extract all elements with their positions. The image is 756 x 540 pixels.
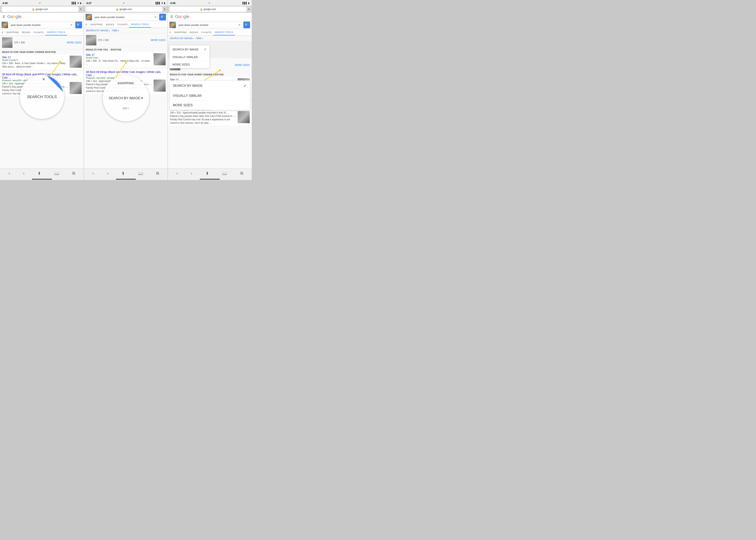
search-by-image-tool-3[interactable]: SEARCH BY IMAGE ▾ bbox=[170, 37, 193, 40]
url-bar-3[interactable]: 🔒 google.com bbox=[169, 7, 247, 12]
search-input-wrapper-1[interactable]: year down yonder bootsie ✕ bbox=[9, 22, 74, 28]
tabs-button-3[interactable]: ⧉ bbox=[240, 171, 243, 176]
search-bar-1: 🐱 year down yonder bootsie ✕ 🔍 bbox=[0, 21, 84, 29]
back-button-2[interactable]: ‹ bbox=[92, 171, 94, 176]
dropdown-item-visually-similar-small[interactable]: VISUALLY SIMILAR bbox=[169, 54, 209, 61]
tab-books-1[interactable]: BOOKS bbox=[21, 30, 32, 35]
url-bar-2[interactable]: 🔒 google.com bbox=[85, 7, 162, 12]
cat-thumbnail-1: 🐱 bbox=[2, 22, 8, 28]
time-tool-2[interactable]: TIME ▾ bbox=[112, 29, 119, 32]
search-input-wrapper-3[interactable]: year down yonder bootsie ✕ bbox=[177, 22, 242, 28]
tab-search-tools-3[interactable]: SEARCH TOOLS bbox=[213, 29, 235, 35]
search-button-1[interactable]: 🔍 bbox=[75, 22, 82, 28]
tab-shopping-1[interactable]: SHOPPING bbox=[5, 30, 21, 35]
search-by-image-tool-2[interactable]: SEARCH BY IMAGE ▾ bbox=[86, 29, 110, 32]
forward-button-3[interactable]: › bbox=[191, 171, 192, 176]
tab-flights-2[interactable]: FLIGHTS bbox=[116, 22, 129, 27]
search-clear-3[interactable]: ✕ bbox=[238, 23, 241, 27]
time-label-3: TIME bbox=[195, 37, 201, 40]
header-dropdown-3: SEARCH BY IMAGE ✓ VISUALLY SIMILAR MORE … bbox=[169, 45, 210, 68]
forward-button-2[interactable]: › bbox=[107, 171, 108, 176]
search-clear-1[interactable]: ✕ bbox=[70, 23, 73, 27]
check-icon-search-by-image-small: ✓ bbox=[204, 48, 207, 51]
result-title-1-1[interactable]: Site 17 bbox=[2, 56, 68, 59]
chevron-icon-search-image-2: ▾ bbox=[109, 30, 110, 32]
tab-shopping-2[interactable]: SHOPPING bbox=[89, 22, 104, 27]
hamburger-icon-1[interactable]: ☰ bbox=[2, 15, 6, 19]
refresh-icon-2[interactable]: ↻ bbox=[163, 8, 166, 11]
back-button-3[interactable]: ‹ bbox=[176, 171, 178, 176]
tab-flights-1[interactable]: FLIGHTS bbox=[32, 30, 46, 35]
more-sizes-2[interactable]: MORE SIZES bbox=[110, 39, 165, 42]
dropdown-item-search-by-image-large[interactable]: SEARCH BY IMAGE ✓ bbox=[169, 80, 250, 91]
result-thumb-1 bbox=[2, 37, 12, 48]
results-label-2: RESULTS FOR YEA... BOOTSIE bbox=[84, 47, 167, 52]
image-dims-2: 375 × 500 bbox=[98, 39, 109, 42]
tab-books-2[interactable]: BOOKS bbox=[104, 22, 116, 27]
result-image-thumb-2-1 bbox=[154, 53, 165, 65]
home-bar-3 bbox=[168, 178, 252, 180]
google-logo-1: Google bbox=[7, 14, 22, 19]
status-bar-3: 4:45 ↗ ▌▌▌ ▮ bbox=[168, 0, 252, 6]
tab-flights-3[interactable]: FLIGHTS bbox=[200, 30, 213, 35]
large-dropdown-3: SEARCH BY IMAGE ✓ VISUALLY SIMILAR MORE … bbox=[169, 80, 250, 110]
tab-shopping-3[interactable]: SHOPPING bbox=[173, 30, 188, 35]
url-bar-1[interactable]: 🔒 google.com bbox=[2, 7, 78, 12]
result-text-2-1: Site 17 Smyth Coun... 156 × 208 - B...Ye… bbox=[86, 53, 152, 66]
location-arrow-2: ↗ bbox=[123, 2, 125, 4]
tab-search-tools-2[interactable]: SEARCH TOOLS bbox=[129, 22, 151, 28]
dropdown-item-vs-large[interactable]: VISUALLY SIMILAR bbox=[169, 91, 250, 101]
dropdown-item-ms-large[interactable]: MORE SIZES bbox=[169, 101, 250, 110]
dropdown-label-sbi-large: SEARCH BY IMAGE bbox=[173, 84, 203, 87]
status-icons-1: ▌▌▌ ⊛ ▮ bbox=[72, 2, 81, 4]
back-button-1[interactable]: ‹ bbox=[9, 171, 10, 176]
tab-search-tools-1[interactable]: SEARCH TOOLS bbox=[46, 29, 67, 35]
circle-overlay-2: SHOPPING SEARCH BY IMAGE ▾ 375 × bbox=[103, 75, 149, 121]
bottom-nav-1: ‹ › ⬆ 📖 ⧉ bbox=[0, 168, 84, 178]
result-snippet-2-1: 156 × 208 - B...Year Down Yo... name is … bbox=[86, 59, 152, 66]
time-tool-3[interactable]: TIME ▾ bbox=[195, 37, 203, 40]
forward-button-1[interactable]: › bbox=[23, 171, 25, 176]
share-button-2[interactable]: ⬆ bbox=[121, 171, 125, 176]
circle-overlay-1: ✕ SEARCH TOOLS bbox=[20, 75, 64, 119]
home-pill-1 bbox=[32, 179, 52, 180]
image-result-row-2: 375 × 500 MORE SIZES bbox=[84, 33, 167, 47]
content-area-3: 156 × 208 MORE SIZES RESULTS FOR YEAR DO… bbox=[168, 58, 252, 168]
chevron-icon-time-3: ▾ bbox=[202, 37, 203, 40]
share-button-1[interactable]: ⬆ bbox=[38, 171, 41, 176]
url-text-3: google.com bbox=[204, 8, 216, 11]
browser-chrome-3: 🔒 google.com ↻ bbox=[168, 6, 252, 13]
circle-label-2: SEARCH BY IMAGE bbox=[109, 96, 140, 100]
result-with-img-3-2: 236 × 314 - Approximately people marched… bbox=[170, 111, 250, 125]
close-icon-1[interactable]: ✕ bbox=[22, 77, 63, 81]
result-image-thumb-1-2 bbox=[70, 82, 82, 94]
tab-s-3[interactable]: S bbox=[168, 30, 173, 35]
bookmarks-button-3[interactable]: 📖 bbox=[222, 171, 227, 176]
hamburger-icon-3[interactable]: ☰ bbox=[170, 15, 173, 19]
result-cat-image-1 bbox=[2, 37, 12, 48]
tab-books-3[interactable]: BOOKS bbox=[188, 30, 200, 35]
share-button-3[interactable]: ⬆ bbox=[206, 171, 209, 176]
tab-s-1[interactable]: S bbox=[0, 30, 5, 35]
refresh-icon-3[interactable]: ↻ bbox=[248, 8, 250, 11]
search-input-wrapper-2[interactable]: year down yonder bootsie ✕ bbox=[93, 14, 158, 20]
dropdown-item-search-by-image-small[interactable]: SEARCH BY IMAGE ✓ bbox=[169, 46, 209, 54]
search-clear-2[interactable]: ✕ bbox=[154, 16, 157, 19]
result-cat-image-2 bbox=[86, 35, 96, 46]
battery-icon-1: ▮ bbox=[80, 2, 81, 4]
result-title-2-1[interactable]: Site 17 bbox=[86, 53, 152, 57]
bookmarks-button-2[interactable]: 📖 bbox=[138, 171, 143, 176]
search-by-image-label-2: SEARCH BY IMAGE bbox=[86, 29, 108, 32]
search-button-3[interactable]: 🔍 bbox=[243, 22, 250, 28]
tabs-button-2[interactable]: ⧉ bbox=[156, 171, 159, 176]
dropdown-item-more-sizes-small[interactable]: MORE SIZES bbox=[169, 61, 209, 68]
bookmarks-button-1[interactable]: 📖 bbox=[54, 171, 59, 176]
search-button-2[interactable]: 🔍 bbox=[159, 14, 166, 21]
more-sizes-1[interactable]: MORE SIZES bbox=[27, 41, 82, 44]
tabs-button-1[interactable]: ⧉ bbox=[72, 171, 75, 176]
battery-icon-3: ▮ bbox=[248, 2, 249, 4]
dropdown-chevron-2: ▾ bbox=[141, 96, 143, 100]
refresh-icon-1[interactable]: ↻ bbox=[80, 8, 82, 11]
tab-s-2[interactable]: S bbox=[84, 22, 89, 27]
result-snippet-1-1: 156 × 208 - Boot...A Year Down Yonder I.… bbox=[2, 62, 68, 68]
